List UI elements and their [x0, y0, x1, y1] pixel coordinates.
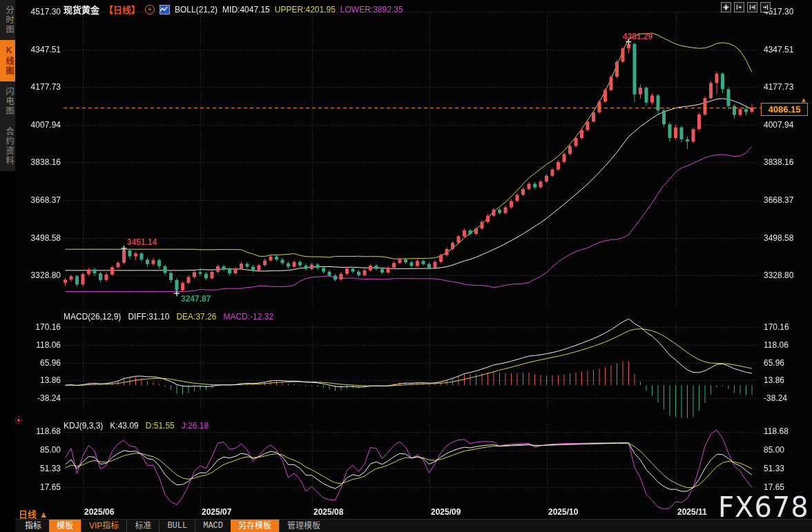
kdj-d-value: D:51.55: [146, 421, 175, 431]
price-axis-label: 3498.58: [21, 233, 61, 243]
price-axis-label: 4177.73: [764, 82, 806, 92]
price-up-arrow-icon: ▲: [800, 96, 807, 104]
goto-latest-icon[interactable]: [760, 2, 771, 12]
price-chart-canvas[interactable]: [0, 0, 812, 532]
kdj-axis-label: 17.65: [21, 482, 61, 492]
tab-macd[interactable]: MACD: [195, 520, 231, 532]
tab-save-template[interactable]: 另存模板: [231, 520, 279, 532]
price-axis-label: 3668.37: [764, 195, 806, 205]
tab-bull[interactable]: BULL: [159, 520, 195, 532]
month-label: 2025/08: [313, 507, 343, 517]
boll-label: BOLL(21,2): [175, 5, 218, 14]
kdj-k-value: K:43.09: [110, 421, 138, 431]
kline-style-icon: [160, 5, 170, 14]
tab-standard[interactable]: 标准: [126, 520, 159, 532]
price-axis-label: 4517.30: [21, 7, 61, 17]
kdj-axis-label: 17.65: [764, 482, 806, 492]
price-axis-label: 3498.58: [764, 233, 806, 243]
last-price-badge: 4086.15: [761, 103, 808, 116]
price-axis-label: 3668.37: [21, 195, 61, 205]
kdj-axis-label: 118.68: [21, 426, 61, 436]
kdj-axis-label: 118.68: [764, 426, 806, 436]
peak-price-annotation: 4381.29: [623, 32, 652, 41]
chart-zoom-controls: [721, 2, 771, 12]
live-indicator-icon[interactable]: [14, 415, 23, 428]
macd-axis-label: 170.16: [21, 322, 61, 332]
price-axis-label: 3838.16: [764, 157, 806, 167]
price-axis-label: 4347.51: [21, 45, 61, 55]
month-label: 2025/11: [677, 507, 707, 517]
kdj-axis-label: 51.33: [764, 464, 806, 473]
tab-indicator[interactable]: 指标: [17, 520, 49, 532]
chart-type-tabs: 分时图 K线图 闪电图 合约资料: [0, 0, 15, 171]
period-tag: 【日线】: [104, 3, 140, 16]
macd-panel-header: MACD(26,12,9) DIFF:31.10 DEA:37.26 MACD:…: [64, 312, 273, 322]
price-axis-label: 4347.51: [764, 45, 806, 55]
boll-upper-value: UPPER:4201.95: [275, 5, 336, 14]
indicator-toolbar: 指标 模板 VIP指标 标准 BULL MACD 另存模板 管理模板: [15, 519, 812, 532]
month-label: 2025/06: [84, 507, 114, 517]
macd-axis-label: -38.24: [764, 393, 806, 403]
boll-lower-value: LOWER:3892.35: [340, 5, 403, 14]
price-axis-label: 3328.80: [764, 270, 806, 280]
trading-chart-window: { "header": { "symbol": "现货黄金", "period_…: [0, 0, 812, 532]
macd-hist-value: MACD:-12.32: [223, 312, 273, 322]
kdj-panel-header: KDJ(9,3,3) K:43.09 D:51.55 J:26.18: [64, 421, 209, 431]
macd-axis-label: 13.86: [21, 375, 61, 385]
macd-axis-label: 118.06: [764, 340, 806, 350]
macd-axis-label: 65.96: [764, 358, 806, 368]
swing-high-annotation: 3451.14: [127, 237, 157, 247]
tab-manage-template[interactable]: 管理模板: [279, 520, 328, 532]
date-axis-row: 日线 ▲ 2025/06 2025/07 2025/08 2025/09 202…: [15, 506, 812, 519]
left-sidebar: 分时图 K线图 闪电图 合约资料: [0, 0, 15, 532]
swing-low-annotation: 3247.87: [181, 294, 211, 304]
boll-mid-value: MID:4047.15: [222, 5, 270, 14]
scale-right-icon[interactable]: [747, 2, 757, 12]
tab-vip-indicator[interactable]: VIP指标: [81, 520, 126, 532]
kdj-axis-label: 85.00: [764, 445, 806, 455]
tab-template[interactable]: 模板: [49, 520, 81, 532]
sidebar-item-flash[interactable]: 闪电图: [0, 81, 15, 121]
price-axis-label: 3838.16: [21, 157, 61, 167]
scale-left-icon[interactable]: [734, 2, 744, 12]
kdj-j-value: J:26.18: [182, 421, 209, 431]
kdj-axis-label: 85.00: [21, 445, 61, 455]
month-label: 2025/10: [548, 507, 578, 517]
macd-title: MACD(26,12,9): [64, 312, 121, 322]
kdj-title: KDJ(9,3,3): [64, 421, 103, 431]
macd-axis-label: 65.96: [21, 358, 61, 368]
triangle-up-icon: ▲: [39, 509, 48, 520]
add-indicator-icon[interactable]: +: [145, 5, 155, 14]
price-axis-label: 4177.73: [21, 82, 61, 92]
price-axis-label: 4007.94: [21, 120, 61, 130]
chart-header: 现货黄金 【日线】 + BOLL(21,2) MID:4047.15 UPPER…: [64, 3, 403, 16]
sidebar-item-kline[interactable]: K线图: [0, 40, 15, 81]
kdj-axis-label: 51.33: [21, 464, 61, 473]
fx678-watermark: FX678: [718, 491, 809, 523]
symbol-title: 现货黄金: [64, 3, 99, 16]
macd-axis-label: 170.16: [764, 322, 806, 332]
price-axis-label: 3328.80: [21, 270, 61, 280]
macd-dea-value: DEA:37.26: [176, 312, 216, 322]
month-label: 2025/07: [202, 507, 231, 517]
price-axis-label: 4007.94: [764, 120, 806, 130]
macd-axis-label: 118.06: [21, 340, 61, 350]
macd-axis-label: 13.86: [764, 375, 806, 385]
sidebar-item-contract-info[interactable]: 合约资料: [0, 121, 15, 171]
fit-chart-icon[interactable]: [721, 2, 731, 12]
macd-axis-label: -38.24: [21, 393, 61, 403]
sidebar-item-timeline[interactable]: 分时图: [0, 0, 15, 40]
month-label: 2025/09: [431, 507, 461, 517]
macd-diff-value: DIFF:31.10: [128, 312, 169, 322]
